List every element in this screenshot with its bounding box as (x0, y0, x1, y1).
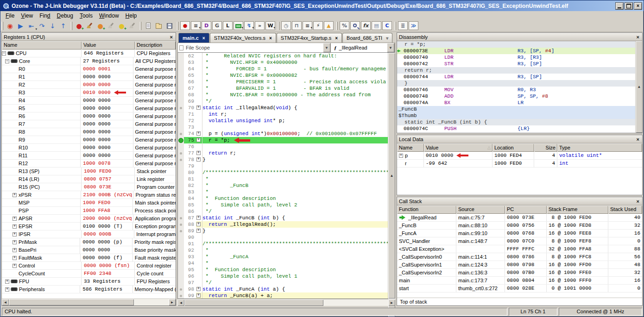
code-line[interactable]: 97 */ (178, 280, 388, 286)
add-watch-icon[interactable]: ●+ (116, 21, 127, 31)
call-stack-row[interactable]: _IllegalReadmain.c:75:70800 073E 8 @ 100… (397, 214, 642, 222)
table-row[interactable]: +FPU33 RegistersFPU Registers (2, 278, 176, 286)
disassembly-line[interactable]: } (397, 80, 635, 87)
editor-hscrollbar[interactable]: ◄ ► (177, 299, 395, 306)
close-icon[interactable]: × (335, 36, 338, 41)
add-breakpoint-icon[interactable]: ●+ (74, 21, 84, 31)
local-data-icon[interactable]: L (223, 21, 233, 30)
menu-view[interactable]: View (18, 12, 36, 19)
code-line[interactable]: 70+static int _IllegalRead(void) { (178, 105, 388, 111)
code-line[interactable]: 77+ return r; (178, 150, 388, 156)
table-row[interactable]: R60000 0000General purpose r (2, 112, 176, 120)
timeline-window-icon[interactable]: ◷ (281, 21, 291, 30)
scroll-left-icon[interactable]: ◄ (177, 299, 184, 306)
table-row[interactable]: R100000 0000General purpose r (2, 144, 176, 152)
code-line[interactable]: 98+static int _FuncA (int a) { (178, 286, 388, 292)
call-stack-row[interactable]: _CallSupervisorIn2main.c:136:30800 07B01… (397, 269, 642, 277)
close-icon[interactable]: × (202, 36, 205, 41)
disassembly-line[interactable]: r = *p; (397, 41, 635, 48)
disassembly-line[interactable]: 08000748ADDSP, SP, #8 (397, 93, 635, 99)
table-row[interactable]: R70000 0000General purpose r (2, 120, 176, 128)
expand-icon[interactable]: + (13, 193, 17, 197)
maximize-button[interactable] (625, 2, 633, 10)
table-row[interactable]: R30010 0000General purpose r (2, 89, 176, 97)
table-row[interactable]: R121000 0078General purpose r (2, 160, 176, 168)
code-line[interactable]: 65 * NVIC.BFSR = 0x00000082 (178, 72, 388, 79)
table-row[interactable]: +IPSR0000 000BInterrupt program (2, 230, 176, 238)
fold-expand-icon[interactable]: + (196, 293, 201, 298)
step-out-icon[interactable]: ↑ (58, 21, 69, 31)
column-header-type[interactable]: Type (557, 143, 642, 152)
disassembly-window-icon[interactable]: D (202, 21, 211, 30)
expand-icon[interactable]: + (13, 217, 17, 221)
tab-stm32f40x_vectors-s[interactable]: STM32F40x_Vectors.s× (210, 33, 276, 43)
project-files-icon[interactable] (143, 21, 153, 31)
source-files-icon[interactable]: ▤ (372, 21, 381, 30)
call-stack-panel-close-icon[interactable]: × (636, 199, 640, 204)
table-row[interactable]: R10000 0000General purpose r (2, 73, 176, 81)
local-data-panel-close-icon[interactable]: × (636, 137, 640, 142)
table-row[interactable]: +Control0000 0000 (fsn)Control register (2, 262, 176, 270)
column-header-value[interactable]: Value (82, 41, 135, 50)
disassembly-line[interactable]: static int _FuncB (int b) { (397, 119, 635, 125)
table-row[interactable]: +Peripherals586 RegistersMemory-Mapped ( (2, 286, 176, 293)
disassembly-line[interactable]: 08000742STRR3, [SP] (397, 61, 635, 67)
column-header-location[interactable]: Location (492, 143, 534, 152)
chevron-down-icon[interactable]: ▼ (323, 43, 330, 52)
file-scope-dropdown[interactable]: File Scope ▼ (178, 43, 331, 52)
expand-icon[interactable]: + (13, 232, 17, 236)
functions-icon[interactable]: fx (361, 21, 371, 30)
table-row[interactable]: CycleCountFF00 2348Cycle count (2, 270, 176, 278)
disassembly-line[interactable]: 08000746MOVR0, R3 (397, 87, 635, 93)
column-header-name[interactable]: Name (397, 143, 424, 152)
global-data-icon[interactable]: G (212, 21, 222, 30)
expand-icon[interactable]: + (399, 154, 403, 158)
scroll-left-icon[interactable]: ◄ (2, 299, 9, 305)
tab-stm32f4xx_startup-s[interactable]: STM32F4xx_Startup.s× (277, 33, 342, 43)
expand-icon[interactable]: + (5, 280, 9, 284)
disassembly-panel-close-icon[interactable]: × (636, 34, 640, 40)
code-line[interactable]: 91/*************************************… (178, 241, 388, 247)
call-stack-row[interactable]: _CallSupervisorIn0main.c:114:10800 0786 … (397, 253, 642, 261)
table-row[interactable]: PSP1000 FFA8Process stack poir (2, 207, 176, 215)
code-line[interactable]: 68 * NVIC.BFAR = 0x00100000 - The addres… (178, 92, 388, 98)
registers-panel-close-icon[interactable]: × (169, 34, 174, 40)
chevron-down-icon[interactable]: ▾ (386, 36, 388, 41)
code-line[interactable]: 96 * Simple call path, level 1 (178, 273, 388, 280)
code-line[interactable]: 76 (178, 143, 388, 150)
system-variables-icon[interactable]: % (340, 21, 349, 30)
disassembly-line[interactable]: return r; (397, 67, 635, 74)
table-row[interactable]: R80000 0000General purpose r (2, 128, 176, 136)
menu-find[interactable]: Find (36, 12, 53, 19)
instruction-trace-icon[interactable]: ⚡ (313, 21, 323, 30)
close-button[interactable]: × (634, 2, 642, 10)
code-area[interactable]: 62 * Related NVIC registers on hard faul… (178, 53, 388, 298)
code-line[interactable]: 72 volatile unsigned int* p; (178, 118, 388, 124)
fold-expand-icon[interactable]: + (196, 222, 201, 226)
fold-expand-icon[interactable]: + (196, 287, 201, 291)
code-line[interactable]: 94 * (178, 260, 388, 267)
table-row[interactable]: +EPSR0100 0000 (T)Exception progran (2, 223, 176, 230)
disassembly-line[interactable]: 08000744LDRR3, [SP] (397, 74, 635, 80)
column-header-name[interactable]: Name (2, 41, 82, 50)
call-stack-row[interactable]: _FuncBmain.c:88:100800 075616 @ 1000 FED… (397, 222, 642, 230)
step-into-icon[interactable]: ↓ (47, 21, 58, 31)
fold-expand-icon[interactable]: + (196, 106, 201, 110)
disassembly-line[interactable]: 08000740LDRR3, [R3] (397, 54, 635, 61)
code-line[interactable]: 62 * Related NVIC registers on hard faul… (178, 53, 388, 59)
code-line[interactable]: 86 */ (178, 208, 388, 215)
fold-expand-icon[interactable]: + (196, 138, 201, 142)
code-line[interactable]: 63 * NVIC.HFSR = 0x40000000 (178, 59, 388, 66)
code-line[interactable]: 82 * _FuncB (178, 182, 388, 189)
tab-main-c[interactable]: main.c× (178, 33, 209, 43)
table-row[interactable]: −CPU646 RegistersCPU Registers (2, 50, 176, 57)
registers-hscrollbar[interactable]: ◄ ► (2, 298, 176, 305)
code-line[interactable]: 80/*************************************… (178, 169, 388, 176)
watched-data-icon[interactable]: W▾ (265, 21, 275, 30)
call-stack-row[interactable]: mainmain.c:173:70800 080416 @ 1000 FFF01… (397, 277, 642, 285)
menu-debug[interactable]: Debug (54, 12, 76, 19)
column-header-function[interactable]: Function (397, 205, 456, 214)
chevron-down-icon[interactable]: ▼ (387, 43, 394, 52)
fold-expand-icon[interactable]: + (196, 157, 201, 162)
table-row[interactable]: R14 (LR)0800 0757Link register (2, 175, 176, 183)
